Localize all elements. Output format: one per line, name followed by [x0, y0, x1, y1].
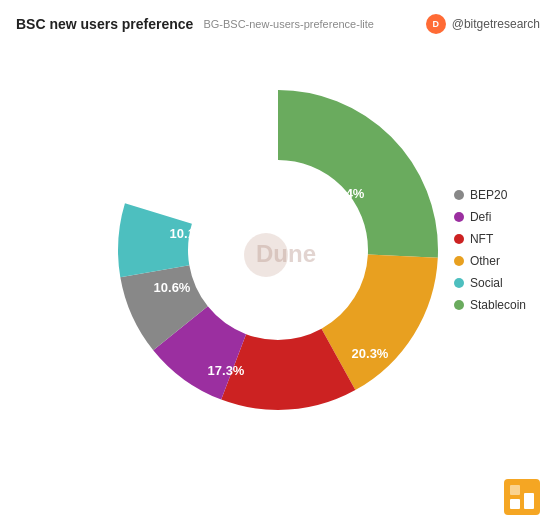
- legend-label-bep20: BEP20: [470, 188, 507, 202]
- header: BSC new users preference BG-BSC-new-user…: [0, 0, 556, 40]
- legend-item-social: Social: [454, 276, 526, 290]
- dune-logo-icon: D: [426, 14, 446, 34]
- chart-title: BSC new users preference: [16, 16, 193, 32]
- footer-logo-icon: [504, 479, 540, 515]
- legend-dot-defi: [454, 212, 464, 222]
- svg-rect-2: [524, 493, 534, 509]
- source-label: @bitgetresearch: [452, 17, 540, 31]
- donut-svg: 32.4% 20.3% 17.3% 10.6% 10.1% 9.3% Dune: [108, 80, 448, 420]
- svg-rect-0: [504, 479, 540, 515]
- legend-item-other: Other: [454, 254, 526, 268]
- legend-item-bep20: BEP20: [454, 188, 526, 202]
- chart-subtitle: BG-BSC-new-users-preference-lite: [203, 18, 374, 30]
- legend-dot-stablecoin: [454, 300, 464, 310]
- legend-label-social: Social: [470, 276, 503, 290]
- label-bep20: 32.4%: [328, 186, 365, 201]
- label-nft: 17.3%: [208, 363, 245, 378]
- legend-item-nft: NFT: [454, 232, 526, 246]
- label-social: 9.3%: [245, 132, 275, 147]
- donut-chart: 32.4% 20.3% 17.3% 10.6% 10.1% 9.3% Dune: [108, 80, 448, 420]
- legend-label-stablecoin: Stablecoin: [470, 298, 526, 312]
- header-left: BSC new users preference BG-BSC-new-user…: [16, 16, 374, 32]
- chart-area: 32.4% 20.3% 17.3% 10.6% 10.1% 9.3% Dune …: [0, 40, 556, 460]
- label-defi: 10.6%: [154, 280, 191, 295]
- page-container: BSC new users preference BG-BSC-new-user…: [0, 0, 556, 529]
- legend-dot-bep20: [454, 190, 464, 200]
- legend-item-stablecoin: Stablecoin: [454, 298, 526, 312]
- chart-legend: BEP20 Defi NFT Other Social Stablecoin: [454, 188, 526, 312]
- legend-label-nft: NFT: [470, 232, 493, 246]
- svg-rect-3: [510, 485, 520, 495]
- legend-label-defi: Defi: [470, 210, 491, 224]
- footer: [504, 479, 540, 519]
- svg-rect-1: [510, 499, 520, 509]
- legend-dot-other: [454, 256, 464, 266]
- label-bep20-gray: 10.1%: [170, 226, 207, 241]
- legend-dot-social: [454, 278, 464, 288]
- legend-item-defi: Defi: [454, 210, 526, 224]
- label-stablecoin: 20.3%: [352, 346, 389, 361]
- legend-dot-nft: [454, 234, 464, 244]
- legend-label-other: Other: [470, 254, 500, 268]
- header-right: D @bitgetresearch: [426, 14, 540, 34]
- watermark-text: Dune: [256, 240, 316, 267]
